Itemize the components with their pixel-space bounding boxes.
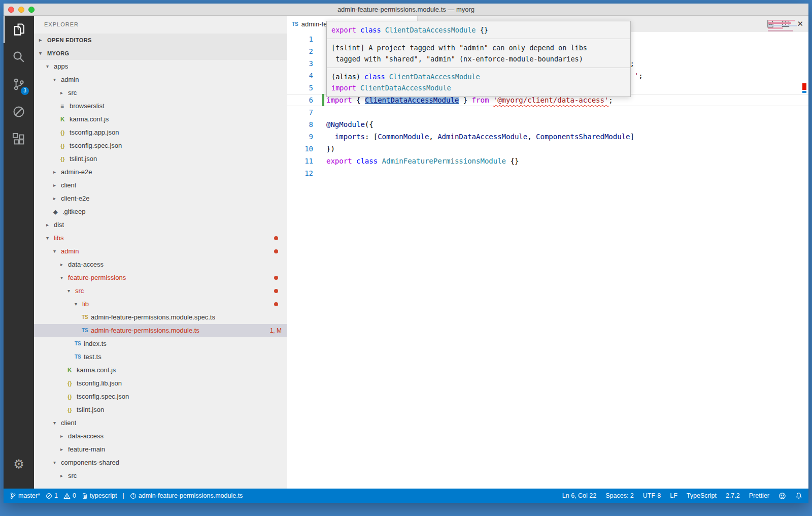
folder-components-shared[interactable]: ▾components-shared bbox=[34, 456, 287, 469]
status-ln-6-col-22[interactable]: Ln 6, Col 22 bbox=[562, 492, 596, 499]
line-content: }) bbox=[313, 143, 335, 155]
status-[interactable]: | bbox=[122, 492, 124, 499]
file-tsconfig.spec.json[interactable]: {}tsconfig.spec.json bbox=[34, 390, 287, 403]
search-icon[interactable] bbox=[4, 43, 34, 71]
file-tslint.json[interactable]: {}tslint.json bbox=[34, 403, 287, 416]
folder-lib[interactable]: ▾lib bbox=[34, 298, 287, 311]
status-2-7-2[interactable]: 2.7.2 bbox=[726, 492, 740, 499]
debug-icon[interactable] bbox=[4, 98, 34, 125]
status-0[interactable]: 0 bbox=[63, 492, 76, 499]
source-control-icon[interactable]: 3 bbox=[4, 71, 34, 98]
status-utf-8[interactable]: UTF-8 bbox=[643, 492, 661, 499]
tree-item-label: tslint.json bbox=[70, 152, 97, 166]
status-typescript[interactable]: typescript bbox=[82, 492, 117, 499]
status-1[interactable]: 1 bbox=[46, 492, 58, 499]
file-karma.conf.js[interactable]: Kkarma.conf.js bbox=[34, 113, 287, 126]
editor-group: TS admin-feature-permissions.module.ts bbox=[287, 16, 808, 489]
file-browserslist[interactable]: ≡browserslist bbox=[34, 100, 287, 113]
file-tsconfig.lib.json[interactable]: {}tsconfig.lib.json bbox=[34, 377, 287, 390]
folder-root-header[interactable]: ▾ MYORG bbox=[34, 47, 287, 60]
modified-dot-badge bbox=[274, 236, 278, 240]
code-token: ComponentsSharedModule bbox=[536, 133, 630, 141]
folder-admin[interactable]: ▾admin bbox=[34, 245, 287, 258]
status-typescript[interactable]: TypeScript bbox=[687, 492, 717, 499]
folder-src[interactable]: ▾src bbox=[34, 284, 287, 298]
tree-item-label: apps bbox=[54, 60, 68, 73]
file-tsconfig.spec.json[interactable]: {}tsconfig.spec.json bbox=[34, 139, 287, 152]
error-icon bbox=[46, 493, 52, 499]
file-tsconfig.app.json[interactable]: {}tsconfig.app.json bbox=[34, 126, 287, 139]
code-token[interactable]: ClientDataAccessModule bbox=[365, 96, 459, 104]
code-line-8[interactable]: 8@NgModule({ bbox=[287, 118, 808, 131]
folder-feature-main[interactable]: ▸feature-main bbox=[34, 443, 287, 456]
folder-dist[interactable]: ▸dist bbox=[34, 218, 287, 232]
status-master[interactable]: master* bbox=[10, 492, 40, 499]
file-admin-feature-permissions.module.spec.ts[interactable]: TSadmin-feature-permissions.module.spec.… bbox=[34, 311, 287, 324]
file-test.ts[interactable]: TStest.ts bbox=[34, 350, 287, 364]
file-admin-feature-permissions.module.ts[interactable]: TSadmin-feature-permissions.module.ts1, … bbox=[34, 324, 287, 337]
tree-item-label: admin-feature-permissions.module.ts bbox=[91, 324, 199, 337]
tree-item-label: feature-main bbox=[68, 443, 105, 456]
code-token: ] bbox=[630, 133, 634, 141]
folder-root-label: MYORG bbox=[47, 47, 70, 60]
tree-item-label: libs bbox=[54, 232, 64, 245]
folder-apps[interactable]: ▾apps bbox=[34, 60, 287, 73]
file-.gitkeep[interactable]: ◈.gitkeep bbox=[34, 205, 287, 218]
code-token: ; bbox=[608, 96, 613, 104]
folder-feature-permissions[interactable]: ▾feature-permissions bbox=[34, 271, 287, 284]
status-item-label: 1 bbox=[54, 492, 58, 499]
code-line-12[interactable]: 12 bbox=[287, 167, 808, 179]
code-line-11[interactable]: 11export class AdminFeaturePermissionsMo… bbox=[287, 155, 808, 167]
alias-info-line: (alias) class ClientDataAccessModule bbox=[331, 71, 626, 82]
folder-client[interactable]: ▸client bbox=[34, 179, 287, 192]
status-smiley[interactable] bbox=[779, 492, 786, 500]
file-tslint.json[interactable]: {}tslint.json bbox=[34, 152, 287, 166]
status-spaces-2[interactable]: Spaces: 2 bbox=[605, 492, 634, 499]
code-token: ({ bbox=[365, 120, 374, 128]
code-line-7[interactable]: 7 bbox=[287, 106, 808, 118]
minimize-window-button[interactable] bbox=[18, 7, 24, 13]
folder-client[interactable]: ▾client bbox=[34, 416, 287, 430]
minimap[interactable] bbox=[768, 20, 799, 33]
code-token: from bbox=[472, 96, 493, 104]
tree-item-label: data-access bbox=[68, 258, 104, 271]
vscode-window: admin-feature-permissions.module.ts — my… bbox=[4, 4, 808, 503]
code-line-10[interactable]: 10}) bbox=[287, 143, 808, 155]
code-area[interactable]: 123 ;4 ';56import { ClientDataAccessModu… bbox=[287, 32, 808, 489]
chevron-right-icon: ▸ bbox=[53, 166, 61, 179]
folder-admin[interactable]: ▾admin bbox=[34, 73, 287, 86]
folder-data-access[interactable]: ▸data-access bbox=[34, 430, 287, 443]
status-admin-feature-permissions-module-ts[interactable]: admin-feature-permissions.module.ts bbox=[130, 492, 243, 499]
extensions-icon[interactable] bbox=[4, 125, 34, 153]
status-prettier[interactable]: Prettier bbox=[749, 492, 769, 499]
line-content bbox=[313, 82, 326, 94]
title-bar: admin-feature-permissions.module.ts — my… bbox=[4, 4, 808, 16]
tree-item-label: test.ts bbox=[84, 350, 101, 364]
code-line-9[interactable]: 9 imports: [CommonModule, AdminDataAcces… bbox=[287, 131, 808, 143]
zoom-window-button[interactable] bbox=[28, 7, 35, 13]
chevron-down-icon: ▾ bbox=[53, 416, 61, 430]
close-window-button[interactable] bbox=[8, 7, 14, 13]
open-editors-header[interactable]: ▸ OPEN EDITORS bbox=[34, 34, 287, 47]
folder-data-access[interactable]: ▸data-access bbox=[34, 258, 287, 271]
git-file-icon: ◈ bbox=[53, 205, 62, 218]
info-icon bbox=[130, 493, 137, 499]
folder-libs[interactable]: ▾libs bbox=[34, 232, 287, 245]
line-content bbox=[313, 33, 326, 45]
status-bell[interactable] bbox=[795, 492, 802, 499]
file-index.ts[interactable]: TSindex.ts bbox=[34, 337, 287, 350]
tree-item-label: components-shared bbox=[61, 456, 119, 469]
chevron-right-icon: ▸ bbox=[60, 258, 68, 271]
file-karma.conf.js[interactable]: Kkarma.conf.js bbox=[34, 364, 287, 377]
tree-item-label: tsconfig.lib.json bbox=[77, 377, 122, 390]
chevron-right-icon: ▸ bbox=[60, 443, 68, 456]
status-lf[interactable]: LF bbox=[670, 492, 678, 499]
code-token: ; bbox=[638, 72, 642, 80]
smiley-icon bbox=[779, 492, 786, 500]
explorer-icon[interactable] bbox=[4, 16, 34, 43]
folder-src[interactable]: ▸src bbox=[34, 86, 287, 100]
folder-admin-e2e[interactable]: ▸admin-e2e bbox=[34, 166, 287, 179]
folder-client-e2e[interactable]: ▸client-e2e bbox=[34, 192, 287, 205]
settings-gear-icon[interactable]: ⚙ bbox=[4, 457, 34, 471]
folder-src[interactable]: ▸src bbox=[34, 469, 287, 482]
